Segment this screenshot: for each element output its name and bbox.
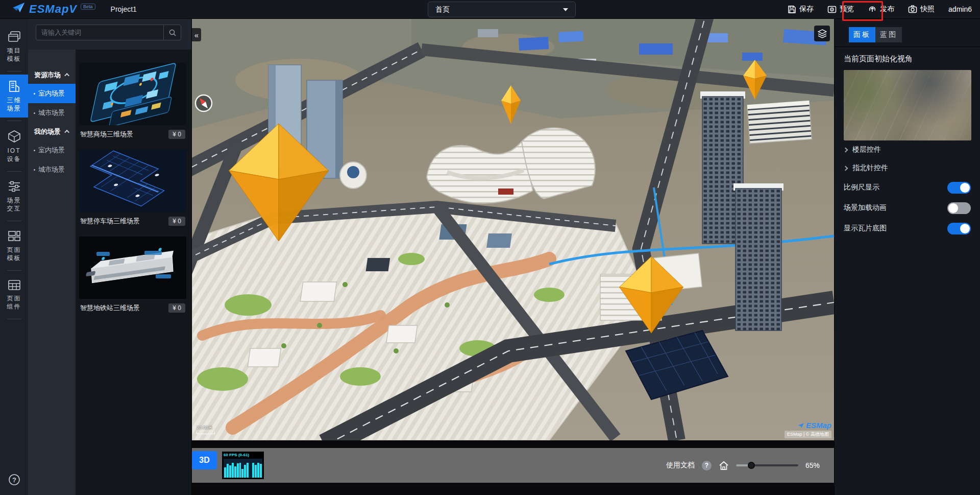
nav-item-page-templates[interactable]: 页面 模板 xyxy=(0,224,28,267)
svg-text:?: ? xyxy=(12,476,16,484)
map-attribution: ESMap | © 高德地图 xyxy=(785,431,831,438)
scene-card-list: 智慧商场三维场景 ¥ 0 xyxy=(76,50,191,495)
map-watermark: ESMap ESMap | © 高德地图 xyxy=(785,421,831,438)
publish-icon xyxy=(868,5,877,14)
inspector-panel: 面板 蓝图 当前页面初始化视角 楼层控件 指北针控件 比例尺显示 场景加载动画 … xyxy=(834,19,980,495)
nav-item-3d-scenes[interactable]: 三维 场景 xyxy=(0,75,28,117)
nav-label: IOT 设备 xyxy=(7,147,21,163)
category-city-scenes[interactable]: 城市场景 xyxy=(28,103,76,123)
bullet-dot xyxy=(34,112,35,114)
fps-meter: 60 FPS (0-61) xyxy=(222,452,264,479)
snapshot-button[interactable]: 快照 xyxy=(908,5,935,14)
section-floor-control[interactable]: 楼层控件 xyxy=(844,140,971,159)
mode-3d-button[interactable]: 3D xyxy=(192,451,217,469)
group-my-scenes[interactable]: 我的场景 xyxy=(28,123,76,140)
nav-item-page-components[interactable]: 页面 组件 xyxy=(0,274,28,316)
divider xyxy=(7,71,21,72)
tab-panel[interactable]: 面板 xyxy=(849,27,875,42)
watermark-logo-icon xyxy=(798,422,804,429)
toggle-row-scale-display: 比例尺显示 xyxy=(844,177,971,198)
top-bar: ESMapV Beta Project1 首页 保存 预览 xyxy=(0,0,980,19)
compass-control[interactable] xyxy=(195,95,212,111)
nav-label: 页面 模板 xyxy=(7,246,21,262)
toggle-knob xyxy=(960,183,970,193)
viewport-control-bar: 3D 60 FPS (0-61) 使用文档 ? 65% xyxy=(192,448,834,483)
search-button[interactable] xyxy=(163,25,181,40)
toggle-scale-display[interactable] xyxy=(947,182,971,194)
toggle-label: 显示瓦片底图 xyxy=(844,224,887,233)
layout-icon xyxy=(8,230,21,242)
category-my-indoor-scenes[interactable]: 室内场景 xyxy=(28,140,76,160)
nav-item-project-templates[interactable]: 项目 模板 xyxy=(0,25,28,68)
initial-view-section-title: 当前页面初始化视角 xyxy=(844,54,971,64)
category-label: 室内场景 xyxy=(38,89,65,98)
search-box xyxy=(36,25,181,40)
category-my-city-scenes[interactable]: 城市场景 xyxy=(28,160,76,179)
group-resource-market[interactable]: 资源市场 xyxy=(28,66,76,84)
tab-blueprint[interactable]: 蓝图 xyxy=(875,27,902,42)
fps-graph xyxy=(224,459,262,478)
home-icon[interactable] xyxy=(719,461,729,470)
help-circle-icon[interactable]: ? xyxy=(702,461,712,470)
scene-card-mall[interactable]: 智慧商场三维场景 ¥ 0 xyxy=(79,63,186,139)
publish-button[interactable]: 发布 xyxy=(868,5,894,14)
nav-label: 三维 场景 xyxy=(7,96,21,112)
category-label: 室内场景 xyxy=(38,146,65,155)
divider-strip xyxy=(192,440,834,448)
left-nav-rail: 项目 模板 三维 场景 IOT 设备 场景 交互 xyxy=(0,19,28,495)
esmapv-logo: ESMapV Beta xyxy=(12,2,95,17)
inspector-tabs: 面板 蓝图 xyxy=(849,27,980,42)
toggle-label: 场景加载动画 xyxy=(844,203,887,213)
search-input[interactable] xyxy=(36,25,163,40)
slider-knob[interactable] xyxy=(748,462,755,469)
sliders-icon xyxy=(8,180,21,193)
toggle-knob xyxy=(960,224,970,233)
watermark-text: ESMap xyxy=(806,421,831,430)
category-indoor-scenes[interactable]: 室内场景 xyxy=(28,84,76,103)
docs-link[interactable]: 使用文档 xyxy=(666,461,695,470)
layers-button[interactable] xyxy=(814,26,830,41)
bottom-strip xyxy=(192,483,834,495)
nav-label: 页面 组件 xyxy=(7,294,21,311)
zoom-slider[interactable] xyxy=(736,462,798,469)
fps-label: 60 FPS (0-61) xyxy=(222,452,264,457)
table-icon xyxy=(8,279,21,291)
panel-collapse-button[interactable]: « xyxy=(192,28,201,41)
windows-icon xyxy=(8,31,21,43)
toggle-tile-basemap[interactable] xyxy=(947,223,971,234)
scene-thumbnail xyxy=(79,150,186,212)
logo-plane-icon xyxy=(12,2,26,14)
zoom-percent: 65% xyxy=(805,461,820,469)
bullet-dot xyxy=(34,150,35,151)
scene-thumbnail xyxy=(79,63,186,125)
divider xyxy=(7,121,21,121)
initial-view-thumbnail[interactable] xyxy=(844,70,971,140)
nav-item-iot-devices[interactable]: IOT 设备 xyxy=(0,124,28,168)
library-panel: 资源市场 室内场景 城市场景 我的场景 室内场景 城市场景 xyxy=(28,19,192,495)
section-compass-control[interactable]: 指北针控件 xyxy=(844,159,971,177)
chevron-right-icon xyxy=(843,147,848,152)
scene-card-subway[interactable]: 智慧地铁站三维场景 ¥ 0 xyxy=(79,237,186,313)
toggle-loading-animation[interactable] xyxy=(947,202,971,214)
price-badge: ¥ 0 xyxy=(168,303,185,313)
scene-thumbnail xyxy=(79,237,186,299)
toggle-label: 比例尺显示 xyxy=(844,183,879,192)
scene-3d-map[interactable] xyxy=(192,19,834,440)
publish-label: 发布 xyxy=(880,5,894,14)
nav-item-scene-interaction[interactable]: 场景 交互 xyxy=(0,175,28,218)
save-icon xyxy=(788,5,796,14)
scene-card-title: 智慧地铁站三维场景 xyxy=(80,303,140,313)
preview-button[interactable]: 预览 xyxy=(827,5,854,14)
help-button[interactable]: ? xyxy=(8,474,20,488)
toggle-row-tile-basemap: 显示瓦片底图 xyxy=(844,218,971,239)
scene-card-parking[interactable]: 智慧停车场三维场景 ¥ 0 xyxy=(79,150,186,226)
chevron-right-icon xyxy=(843,166,848,171)
scene-card-title: 智慧停车场三维场景 xyxy=(80,217,140,226)
username[interactable]: admin6 xyxy=(948,5,972,13)
scene-card-title: 智慧商场三维场景 xyxy=(80,130,133,139)
divider xyxy=(7,221,21,221)
chevron-up-icon xyxy=(64,73,69,78)
page-selector-dropdown[interactable]: 首页 xyxy=(428,2,576,17)
category-label: 城市场景 xyxy=(38,108,65,117)
save-button[interactable]: 保存 xyxy=(788,5,814,14)
